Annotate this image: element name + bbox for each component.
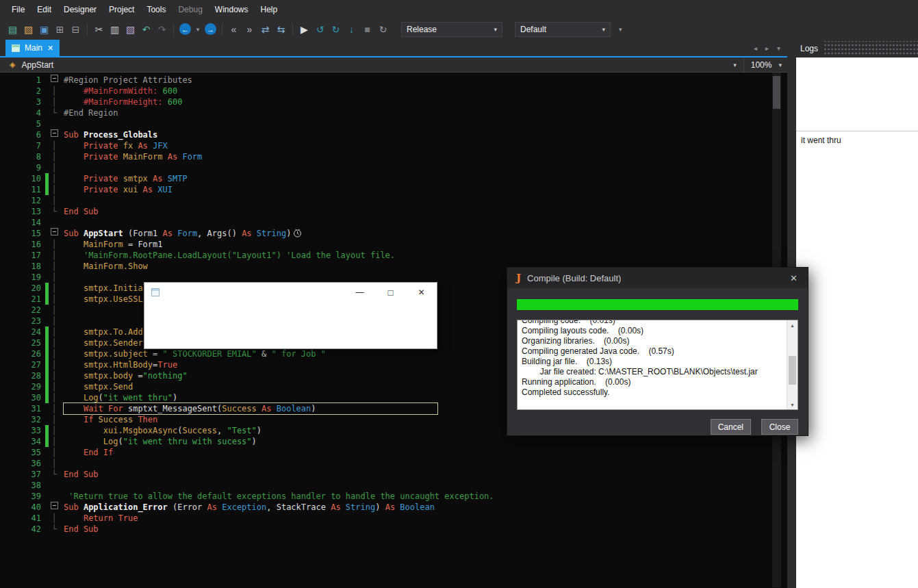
- fold-gutter[interactable]: [49, 129, 60, 140]
- fold-gutter[interactable]: [49, 502, 60, 513]
- code-line[interactable]: 4└#End Region: [0, 107, 787, 118]
- compile-log-box[interactable]: Compiling code. (0.01s)Compiling layouts…: [517, 320, 798, 410]
- paste-icon[interactable]: ▧: [123, 22, 138, 37]
- code-line[interactable]: 9│: [0, 162, 787, 173]
- fold-gutter[interactable]: [49, 228, 60, 239]
- uncomment-icon[interactable]: ⇆: [274, 22, 288, 37]
- zoom-selector-caret[interactable]: ▾: [774, 62, 787, 68]
- menu-item-windows[interactable]: Windows: [209, 3, 255, 16]
- copy-icon[interactable]: ▥: [107, 22, 122, 37]
- code-line[interactable]: 36│: [0, 458, 787, 469]
- code-line[interactable]: 41│ Return True: [0, 513, 787, 524]
- stop-icon[interactable]: ■: [360, 22, 374, 37]
- fold-collapse-icon[interactable]: [51, 129, 58, 137]
- app-window-title-bar[interactable]: — □ ✕: [144, 283, 437, 302]
- code-line[interactable]: 13└End Sub: [0, 206, 787, 217]
- tab-close-icon[interactable]: ✕: [47, 44, 53, 53]
- line-number: 2: [0, 86, 41, 97]
- fold-gutter[interactable]: [49, 75, 60, 86]
- menu-item-help[interactable]: Help: [255, 3, 284, 16]
- navigate-back-button[interactable]: ←: [179, 23, 191, 35]
- tab-main[interactable]: Main ✕: [5, 40, 60, 56]
- comment-icon[interactable]: ⇄: [258, 22, 272, 37]
- tab-scroll-right-button[interactable]: ▸: [765, 44, 769, 52]
- close-button[interactable]: ✕: [406, 283, 437, 302]
- module-tab-icon: [12, 44, 20, 52]
- indent-icon[interactable]: »: [242, 22, 257, 37]
- toolbar-separator: [173, 23, 174, 36]
- code-line[interactable]: 35│ End If: [0, 447, 787, 458]
- fold-collapse-icon[interactable]: [51, 502, 58, 509]
- code-line[interactable]: 12│: [0, 195, 787, 206]
- scroll-up-icon[interactable]: ▲: [787, 320, 798, 330]
- compile-dialog-title-bar[interactable]: J Compile (Build: Default) ✕: [507, 268, 808, 288]
- code-line[interactable]: 8│ Private MainForm As Form: [0, 151, 787, 162]
- tab-list-caret[interactable]: ▾: [777, 44, 780, 52]
- maximize-button[interactable]: □: [375, 283, 406, 302]
- menu-item-tools[interactable]: Tools: [140, 3, 172, 16]
- logs-panel-header[interactable]: Logs: [796, 40, 918, 57]
- back-history-caret[interactable]: ▾: [194, 22, 202, 37]
- navigate-forward-button[interactable]: →: [205, 23, 216, 35]
- compile-log-scrollbar[interactable]: ▲ ▼: [787, 320, 798, 409]
- toolbar-overflow-button[interactable]: ▾: [619, 26, 622, 33]
- compile-close-icon[interactable]: ✕: [780, 273, 808, 283]
- build-config-combo[interactable]: Default ▾: [515, 22, 611, 37]
- code-line[interactable]: 40Sub Application_Error (Error As Except…: [0, 502, 787, 513]
- code-line[interactable]: 5: [0, 118, 787, 129]
- redo-icon[interactable]: ↷: [155, 22, 169, 37]
- code-line[interactable]: 7│ Private fx As JFX: [0, 140, 787, 151]
- open-project-icon[interactable]: ▨: [21, 22, 36, 37]
- code-line[interactable]: 2│ #MainFormWidth: 600: [0, 86, 787, 97]
- logs-entries: it went thru: [796, 131, 918, 149]
- code-line[interactable]: 15Sub AppStart (Form1 As Form, Args() As…: [0, 228, 787, 239]
- code-line[interactable]: 1#Region Project Attributes: [0, 75, 787, 86]
- cancel-button[interactable]: Cancel: [711, 419, 751, 435]
- release-mode-combo[interactable]: Release ▾: [401, 22, 502, 37]
- build-config-value: Default: [520, 25, 546, 34]
- resume-icon[interactable]: ↺: [313, 22, 327, 37]
- save-icon[interactable]: ▣: [37, 22, 51, 37]
- code-line[interactable]: 34│ Log("it went thru with sucess"): [0, 436, 787, 447]
- step-over-icon[interactable]: ↻: [329, 22, 343, 37]
- menu-item-project[interactable]: Project: [103, 3, 140, 16]
- cut-icon[interactable]: ✂: [92, 22, 106, 37]
- scroll-down-icon[interactable]: ▼: [787, 400, 798, 409]
- sub-selector-caret[interactable]: ▾: [733, 62, 737, 68]
- code-line[interactable]: 6Sub Process_Globals: [0, 129, 787, 140]
- tab-scroll-left-button[interactable]: ◂: [754, 44, 757, 52]
- step-into-icon[interactable]: ↓: [344, 22, 359, 37]
- outdent-icon[interactable]: «: [227, 22, 241, 37]
- import-icon[interactable]: ⊞: [53, 22, 67, 37]
- restart-icon[interactable]: ↻: [376, 22, 390, 37]
- code-line[interactable]: 14: [0, 217, 787, 228]
- new-file-icon[interactable]: ▤: [5, 22, 20, 37]
- menu-item-debug[interactable]: Debug: [172, 3, 208, 16]
- fold-gutter: │: [49, 348, 60, 359]
- run-button[interactable]: ▶: [297, 22, 311, 37]
- minimize-button[interactable]: —: [344, 283, 375, 302]
- menu-item-edit[interactable]: Edit: [31, 3, 58, 16]
- close-button[interactable]: Close: [761, 419, 798, 435]
- code-line[interactable]: 38: [0, 480, 787, 491]
- menu-item-file[interactable]: File: [5, 3, 31, 16]
- undo-icon[interactable]: ↶: [139, 22, 153, 37]
- code-line[interactable]: 39 'Return true to allow the default exc…: [0, 491, 787, 502]
- code-line[interactable]: 10│ Private smtpx As SMTP: [0, 173, 787, 184]
- logs-panel-title: Logs: [796, 44, 824, 53]
- fold-collapse-icon[interactable]: [51, 228, 58, 235]
- code-line[interactable]: 37└End Sub: [0, 469, 787, 480]
- export-icon[interactable]: ⊟: [68, 22, 83, 37]
- fold-collapse-icon[interactable]: [51, 75, 58, 82]
- app-window-icon: [151, 288, 160, 296]
- logs-output-area: it went thru: [796, 57, 918, 588]
- code-line[interactable]: 11│ Private xui As XUI: [0, 184, 787, 195]
- menu-item-designer[interactable]: Designer: [58, 3, 103, 16]
- code-line[interactable]: 3│ #MainFormHeight: 600: [0, 97, 787, 107]
- fold-gutter: └: [49, 524, 60, 535]
- compile-log-scrollbar-thumb[interactable]: [789, 356, 796, 385]
- code-line[interactable]: 42└End Sub: [0, 524, 787, 535]
- editor-scrollbar-thumb[interactable]: [773, 76, 780, 109]
- code-line[interactable]: 16│ MainForm = Form1: [0, 239, 787, 250]
- code-line[interactable]: 17│ 'MainForm.RootPane.LoadLayout("Layou…: [0, 250, 787, 261]
